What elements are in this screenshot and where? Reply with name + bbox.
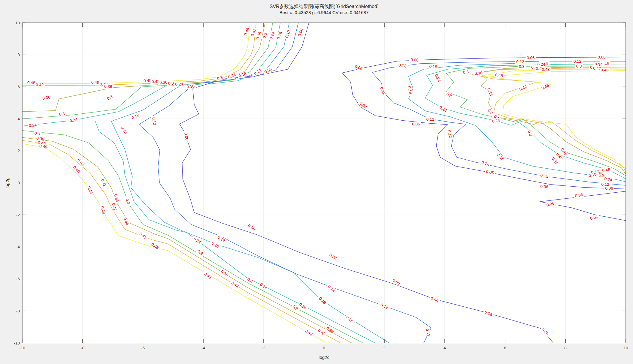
contour-label: 0.18 bbox=[428, 64, 439, 69]
svg-text:0.06: 0.06 bbox=[410, 58, 419, 62]
contour-label: 0.36 bbox=[103, 84, 114, 89]
contour-label: 0.06 bbox=[409, 57, 420, 62]
y-tick-label: -8 bbox=[16, 309, 20, 313]
chart-subtitle: Best c=0.43528 g=6.9644 CVmse=0.041687 bbox=[22, 10, 626, 16]
contour-label: 0.12 bbox=[572, 59, 583, 64]
contour-label: 0.06 bbox=[604, 186, 614, 191]
y-tick-label: 6 bbox=[17, 85, 20, 89]
y-tick-label: -10 bbox=[14, 341, 20, 345]
svg-text:0.36: 0.36 bbox=[104, 84, 112, 89]
svg-text:0.48: 0.48 bbox=[27, 80, 35, 85]
chart-title: SVR参数选择结果图(等高线图)[GridSearchMethod] bbox=[22, 4, 626, 10]
y-tick-label: 0 bbox=[17, 181, 20, 185]
y-tick-label: 10 bbox=[15, 21, 20, 25]
x-tick-label: -10 bbox=[19, 346, 25, 350]
contour-label: 0.48 bbox=[541, 67, 551, 72]
svg-text:0.48: 0.48 bbox=[601, 68, 609, 72]
svg-text:0.3: 0.3 bbox=[576, 64, 582, 68]
y-tick-label: 4 bbox=[17, 117, 20, 121]
y-tick-label: 8 bbox=[17, 53, 20, 57]
svg-text:0.24: 0.24 bbox=[175, 82, 183, 87]
x-tick-label: 6 bbox=[504, 346, 506, 350]
svg-text:0.12: 0.12 bbox=[574, 59, 581, 64]
x-tick-label: -4 bbox=[201, 346, 205, 350]
y-tick-label: 2 bbox=[17, 149, 20, 153]
svg-text:0.12: 0.12 bbox=[426, 117, 434, 122]
svg-text:0.48: 0.48 bbox=[91, 80, 99, 85]
contour-plot: 0.480.420.480.420.360.360.30.30.240.240.… bbox=[0, 0, 633, 364]
y-tick-label: -2 bbox=[16, 213, 20, 217]
contour-label: 0.06 bbox=[596, 55, 607, 59]
x-tick-label: 2 bbox=[383, 346, 386, 350]
y-axis-label: log2g bbox=[5, 177, 10, 188]
svg-text:0.3: 0.3 bbox=[519, 64, 525, 69]
x-tick-label: -8 bbox=[81, 346, 84, 350]
svg-text:0.48: 0.48 bbox=[542, 67, 550, 72]
x-tick-label: -6 bbox=[141, 346, 145, 350]
title-block: SVR参数选择结果图(等高线图)[GridSearchMethod] Best … bbox=[22, 4, 626, 16]
x-axis-label: log2c bbox=[319, 355, 329, 360]
svg-text:0.36: 0.36 bbox=[159, 80, 168, 85]
contour-label: 0.06 bbox=[539, 184, 550, 189]
contour-label: 0.3 bbox=[575, 64, 583, 68]
contour-label: 0.48 bbox=[599, 68, 610, 72]
svg-text:0.18: 0.18 bbox=[429, 64, 437, 69]
svg-text:0.06: 0.06 bbox=[412, 122, 420, 126]
svg-text:0.24: 0.24 bbox=[29, 123, 37, 128]
svg-text:0.3: 0.3 bbox=[168, 81, 174, 86]
contour-label: 0.42 bbox=[35, 83, 45, 87]
contour-label: 0.12 bbox=[425, 117, 436, 122]
svg-text:0.06: 0.06 bbox=[540, 184, 548, 189]
x-tick-label: 8 bbox=[564, 346, 567, 350]
contour-label: 0.3 bbox=[518, 64, 526, 69]
svg-text:0.3: 0.3 bbox=[463, 70, 469, 75]
y-tick-label: -6 bbox=[16, 277, 20, 281]
contour-label: 0.36 bbox=[473, 71, 484, 76]
x-tick-label: 10 bbox=[623, 346, 628, 350]
x-tick-label: 4 bbox=[444, 346, 446, 350]
svg-text:0.06: 0.06 bbox=[527, 56, 535, 60]
y-tick-label: -4 bbox=[16, 245, 20, 249]
contour-label: 0.06 bbox=[411, 122, 421, 126]
contour-label: 0.24 bbox=[174, 82, 184, 87]
contour-label: 0.06 bbox=[525, 56, 536, 60]
contour-label: 0.12 bbox=[515, 59, 525, 64]
svg-text:0.06: 0.06 bbox=[598, 55, 605, 59]
svg-text:0.48: 0.48 bbox=[144, 78, 152, 83]
svg-text:0.12: 0.12 bbox=[516, 59, 524, 64]
x-tick-label: 0 bbox=[323, 346, 325, 350]
svg-text:0.42: 0.42 bbox=[36, 83, 44, 87]
svg-text:0.3: 0.3 bbox=[59, 111, 65, 116]
contour-label: 0.3 bbox=[462, 69, 470, 75]
figure-window: SVR参数选择结果图(等高线图)[GridSearchMethod] Best … bbox=[0, 0, 633, 364]
x-tick-label: -2 bbox=[262, 346, 265, 350]
svg-text:0.36: 0.36 bbox=[474, 71, 483, 76]
svg-text:0.06: 0.06 bbox=[605, 186, 613, 191]
